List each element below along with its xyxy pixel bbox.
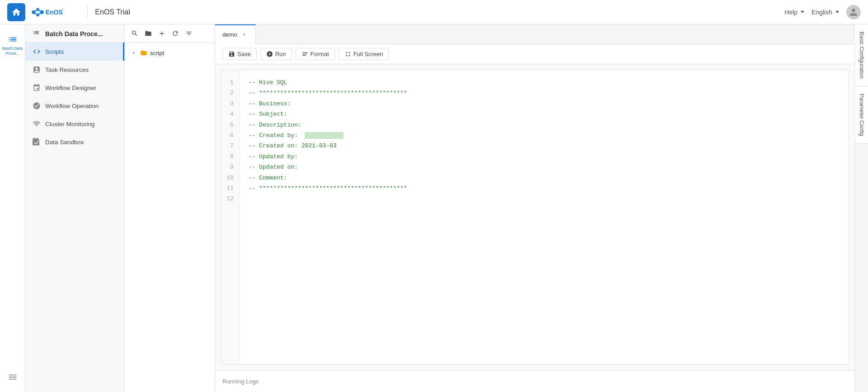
code-editor[interactable]: 123456789101112 -- Hive SQL -- *********… [221,70,849,365]
editor-tab-demo[interactable]: demo × [215,24,256,44]
enos-logo: EnOS ® [31,6,73,19]
sidebar-module-title: Batch Data Proce... [25,24,124,43]
svg-text:®: ® [61,8,64,11]
tab-close-button[interactable]: × [241,31,248,38]
help-chevron-icon [801,11,804,13]
sidebar-item-task-resources[interactable]: Task Resources [25,61,124,79]
collapse-button[interactable] [6,368,19,387]
editor-area: demo × Save Run Format [215,24,854,392]
file-tree: script [125,43,215,63]
left-nav-label: Batch Data Proce... [2,46,23,56]
line-numbers: 123456789101112 [221,70,240,364]
main-layout: Batch Data Proce... Batch Data Proce... … [0,24,868,392]
svg-point-6 [39,9,41,12]
format-button[interactable]: Format [296,48,335,60]
sidebar-menu: Scripts Task Resources Workflow Designer… [25,43,124,151]
run-button[interactable]: Run [260,48,292,60]
sidebar-item-workflow-operation[interactable]: Workflow Operation [25,97,124,115]
sidebar-item-batch-data[interactable]: Batch Data Proce... [0,30,25,61]
editor-toolbar: Save Run Format Full Screen [215,44,854,64]
sidebar: Batch Data Proce... Scripts Task Resourc… [25,24,125,392]
file-panel: script [125,24,215,392]
new-folder-button[interactable] [143,28,154,39]
topbar-right: Help English [784,5,861,19]
topbar: EnOS ® EnOS Trial Help English [0,0,868,24]
fullscreen-button[interactable]: Full Screen [339,48,389,60]
sidebar-item-workflow-designer[interactable]: Workflow Designer [25,79,124,97]
save-button[interactable]: Save [222,48,257,60]
svg-point-1 [36,8,39,10]
svg-point-2 [36,14,39,16]
editor-content: 123456789101112 -- Hive SQL -- *********… [215,64,854,370]
left-nav: Batch Data Proce... [0,24,25,392]
file-panel-toolbar [125,24,215,43]
sidebar-item-cluster-monitoring[interactable]: Cluster Monitoring [25,115,124,133]
add-button[interactable] [156,28,167,39]
search-button[interactable] [129,28,140,39]
home-button[interactable] [7,3,25,21]
svg-text:EnOS: EnOS [46,8,63,15]
sidebar-item-data-sandbox[interactable]: Data Sandbox [25,133,124,151]
refresh-button[interactable] [170,28,181,39]
right-panel: Basic Configuration Parameter Config [854,24,868,392]
svg-point-4 [35,9,37,12]
editor-tabs: demo × [215,24,854,44]
topbar-divider [87,6,88,19]
sidebar-item-scripts[interactable]: Scripts [25,43,124,61]
code-lines[interactable]: -- Hive SQL -- *************************… [240,70,849,364]
running-logs-bar: Running Logs [215,370,854,392]
help-button[interactable]: Help [784,9,804,16]
language-selector[interactable]: English [811,9,839,16]
filter-button[interactable] [184,28,194,39]
right-panel-tab-basic-config[interactable]: Basic Configuration [855,24,868,86]
user-avatar[interactable] [846,5,861,19]
svg-point-5 [35,12,37,14]
svg-point-7 [39,12,41,14]
right-panel-tab-param-config[interactable]: Parameter Config [855,86,868,144]
lang-chevron-icon [835,11,839,13]
code-body: 123456789101112 -- Hive SQL -- *********… [221,70,849,364]
file-tree-script-folder[interactable]: script [125,47,215,59]
left-nav-bottom [6,368,19,387]
app-name: EnOS Trial [95,8,130,16]
